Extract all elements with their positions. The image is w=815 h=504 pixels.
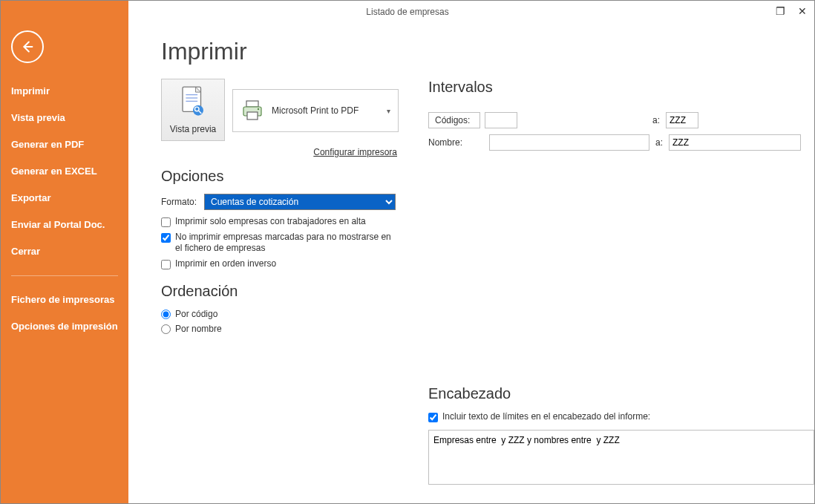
configurar-impresora-link[interactable]: Configurar impresora (313, 147, 397, 157)
sidebar-item-imprimir[interactable]: Imprimir (1, 78, 128, 105)
sidebar-item-cerrar[interactable]: Cerrar (1, 238, 128, 265)
chk-incluir-encabezado[interactable] (428, 413, 438, 422)
codigos-label: Códigos: (428, 112, 480, 128)
nombre-from-input[interactable] (489, 134, 649, 151)
page-title: Imprimir (161, 38, 792, 65)
sidebar: Imprimir Vista previa Generar en PDF Gen… (1, 1, 128, 503)
sidebar-item-generar-excel[interactable]: Generar en EXCEL (1, 158, 128, 185)
radio-por-codigo-label: Por código (175, 309, 217, 319)
back-button[interactable] (11, 30, 44, 63)
radio-por-nombre-label: Por nombre (175, 324, 222, 334)
codigos-a-label: a: (651, 115, 661, 125)
sidebar-item-enviar-portal[interactable]: Enviar al Portal Doc. (1, 212, 128, 238)
svg-rect-9 (247, 112, 258, 120)
encabezado-title: Encabezado (428, 385, 814, 402)
document-preview-icon (177, 85, 209, 121)
vista-previa-label: Vista previa (170, 124, 216, 134)
chk-solo-alta-label: Imprimir solo empresas con trabajadores … (175, 216, 366, 227)
chk-no-mostrar[interactable] (161, 233, 171, 243)
radio-por-nombre[interactable] (161, 324, 171, 334)
formato-select[interactable]: Cuentas de cotización (204, 194, 396, 210)
formato-label: Formato: (161, 197, 198, 207)
nombre-label: Nombre: (428, 137, 485, 148)
intervalos-title: Intervalos (428, 79, 814, 96)
left-column: Vista previa Microsoft Print to PDF ▾ Co… (161, 79, 399, 338)
sidebar-item-vista-previa[interactable]: Vista previa (1, 105, 128, 131)
ordenacion-title: Ordenación (161, 283, 399, 300)
printer-select[interactable]: Microsoft Print to PDF ▾ (232, 89, 399, 132)
chevron-down-icon: ▾ (387, 107, 390, 115)
chk-no-mostrar-label: No imprimir empresas marcadas para no mo… (175, 232, 399, 254)
svg-rect-7 (246, 101, 258, 107)
nombre-a-label: a: (654, 137, 664, 148)
printer-name: Microsoft Print to PDF (272, 105, 359, 116)
sidebar-divider (11, 275, 118, 276)
opciones-title: Opciones (161, 168, 399, 185)
codigos-to-input[interactable] (666, 112, 698, 128)
chk-solo-alta[interactable] (161, 217, 171, 227)
chk-inverso[interactable] (161, 260, 171, 269)
nombre-to-input[interactable] (669, 134, 801, 151)
main-panel: Imprimir Vista previa (128, 1, 814, 503)
codigos-from-input[interactable] (485, 112, 517, 128)
radio-por-codigo[interactable] (161, 310, 171, 319)
sidebar-item-exportar[interactable]: Exportar (1, 185, 128, 212)
header-textarea[interactable] (428, 430, 814, 485)
sidebar-item-opciones-impresion[interactable]: Opciones de impresión (1, 313, 128, 340)
chk-incluir-encabezado-label: Incluir texto de límites en el encabezad… (442, 411, 650, 422)
svg-point-10 (258, 108, 259, 110)
vista-previa-button[interactable]: Vista previa (161, 79, 225, 141)
arrow-left-icon (19, 39, 36, 55)
right-column: Intervalos Códigos: a: Nombre: a: Encabe… (428, 79, 814, 487)
chk-inverso-label: Imprimir en orden inverso (175, 258, 276, 269)
printer-icon (240, 99, 264, 122)
sidebar-item-generar-pdf[interactable]: Generar en PDF (1, 131, 128, 158)
sidebar-item-fichero-impresoras[interactable]: Fichero de impresoras (1, 287, 128, 313)
